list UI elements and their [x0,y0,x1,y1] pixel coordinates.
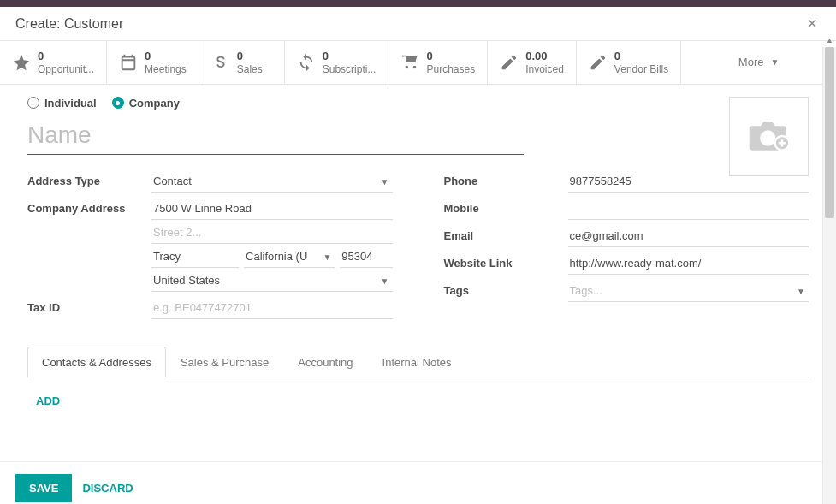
country-select[interactable] [151,270,393,292]
stat-label: Sales [237,63,263,75]
stat-value: 0 [145,50,187,63]
tax-id-input[interactable] [151,297,393,319]
scroll-down-icon: ▼ [823,501,836,504]
add-contact-button[interactable]: ADD [36,394,60,407]
stat-value: 0 [38,50,94,63]
tab-internal-notes[interactable]: Internal Notes [368,347,466,377]
street1-input[interactable] [151,198,393,220]
stat-subscriptions[interactable]: 0Subscripti... [285,41,389,84]
dollar-icon [211,53,230,72]
mobile-label: Mobile [444,198,568,215]
radio-icon [27,97,39,109]
stat-value: 0 [323,50,376,63]
stat-label: Vendor Bills [614,63,668,75]
stats-row: 0Opportunit... 0Meetings 0Sales 0Subscri… [0,41,836,85]
image-upload[interactable] [729,97,809,176]
company-address-label: Company Address [27,198,151,215]
discard-button[interactable]: DISCARD [82,482,133,495]
stat-label: Meetings [145,63,187,75]
stat-value: 0.00 [525,50,564,63]
camera-plus-icon [745,119,793,153]
state-select[interactable] [244,246,335,268]
more-button[interactable]: More ▼ [681,41,836,84]
stat-value: 0 [237,50,263,63]
stat-opportunities[interactable]: 0Opportunit... [0,41,107,84]
mobile-input[interactable] [568,198,809,220]
modal-title: Create: Customer [15,16,123,32]
tax-id-label: Tax ID [27,297,151,314]
tab-sales-purchase[interactable]: Sales & Purchase [166,347,283,377]
stat-sales[interactable]: 0Sales [199,41,285,84]
scroll-thumb[interactable] [825,47,834,218]
close-button[interactable]: × [803,14,821,33]
radio-icon [112,97,124,109]
cart-icon [400,53,419,72]
scrollbar[interactable]: ▲ ▼ [822,47,836,504]
pencil-square-icon [500,53,519,72]
stat-invoiced[interactable]: 0.00Invoiced [488,41,577,84]
tabs: Contacts & Addresses Sales & Purchase Ac… [27,347,809,377]
more-label: More [738,56,764,68]
stat-purchases[interactable]: 0Purchases [388,41,488,84]
pencil-square-icon [589,53,608,72]
scroll-up-icon: ▲ [823,33,836,47]
stat-vendor-bills[interactable]: 0Vendor Bills [577,41,681,84]
save-button[interactable]: SAVE [15,474,72,502]
website-label: Website Link [444,252,568,270]
stat-value: 0 [426,50,475,63]
tab-accounting[interactable]: Accounting [283,347,367,377]
radio-individual[interactable]: Individual [27,97,97,110]
stat-label: Invoiced [525,63,564,75]
phone-label: Phone [444,170,568,187]
radio-label: Individual [44,97,97,110]
stat-meetings[interactable]: 0Meetings [107,41,199,84]
stat-label: Opportunit... [38,63,94,75]
email-input[interactable] [568,225,809,247]
tab-contacts-addresses[interactable]: Contacts & Addresses [27,347,166,377]
calendar-icon [119,53,138,72]
star-icon [12,53,31,72]
city-input[interactable] [151,246,239,268]
zip-input[interactable] [340,246,392,268]
chevron-down-icon: ▼ [770,57,779,67]
stat-label: Subscripti... [323,63,376,75]
email-label: Email [444,225,568,242]
website-input[interactable] [568,252,809,275]
tags-label: Tags [444,280,568,297]
tags-input[interactable] [568,280,809,302]
address-type-select[interactable] [151,170,393,193]
refresh-icon [297,53,316,72]
radio-label: Company [129,97,180,110]
street2-input[interactable] [151,222,393,244]
address-type-label: Address Type [27,170,151,187]
radio-company[interactable]: Company [112,97,180,110]
stat-label: Purchases [426,63,475,75]
name-input[interactable] [27,115,524,155]
stat-value: 0 [614,50,668,63]
